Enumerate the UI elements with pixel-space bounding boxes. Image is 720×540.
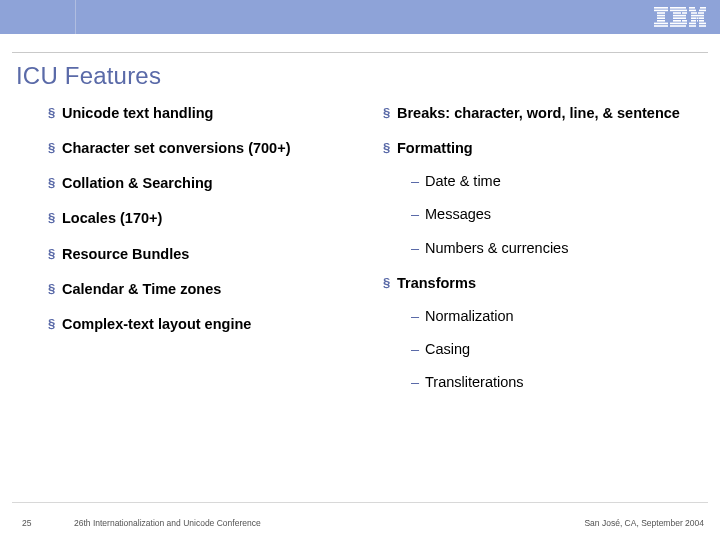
svg-rect-13: [673, 17, 686, 19]
dash-icon: –: [411, 340, 419, 358]
dash-icon: –: [411, 205, 419, 223]
svg-rect-30: [699, 20, 704, 22]
svg-rect-10: [673, 12, 681, 14]
sub-list: –Date & time –Messages –Numbers & curren…: [397, 172, 688, 256]
svg-rect-31: [689, 23, 696, 25]
svg-rect-17: [670, 25, 686, 27]
sub-list: –Normalization –Casing –Transliterations: [397, 307, 688, 391]
item-label: Formatting: [397, 140, 473, 156]
square-bullet-icon: §: [48, 283, 54, 294]
right-column: §Breaks: character, word, line, & senten…: [373, 104, 688, 408]
dash-icon: –: [411, 373, 419, 391]
dash-icon: –: [411, 307, 419, 325]
sub-item: –Date & time: [397, 172, 688, 190]
content-columns: §Unicode text handling §Character set co…: [48, 104, 688, 408]
svg-rect-25: [691, 17, 696, 19]
svg-rect-21: [699, 10, 706, 12]
svg-rect-32: [699, 23, 706, 25]
page-number: 25: [22, 518, 31, 528]
svg-rect-28: [691, 20, 696, 22]
footer: 25 26th Internationalization and Unicode…: [0, 508, 720, 528]
ibm-logo: [654, 7, 706, 27]
item-label: Transforms: [397, 275, 476, 291]
list-item: §Complex-text layout engine: [48, 315, 353, 333]
header-bar: [0, 0, 720, 34]
svg-rect-3: [657, 15, 665, 17]
svg-rect-18: [689, 7, 695, 9]
sub-label: Casing: [425, 341, 470, 357]
location-date: San José, CA, September 2004: [584, 518, 704, 528]
list-item: §Calendar & Time zones: [48, 280, 353, 298]
sub-item: –Messages: [397, 205, 688, 223]
list-item: §Formatting –Date & time –Messages –Numb…: [383, 139, 688, 257]
svg-rect-4: [657, 17, 665, 19]
svg-rect-34: [699, 25, 706, 27]
sub-label: Messages: [425, 206, 491, 222]
sub-label: Transliterations: [425, 374, 524, 390]
square-bullet-icon: §: [48, 177, 54, 188]
svg-rect-33: [689, 25, 696, 27]
svg-rect-5: [657, 20, 665, 22]
list-item: §Collation & Searching: [48, 174, 353, 192]
conference-name: 26th Internationalization and Unicode Co…: [74, 518, 261, 528]
sub-item: –Casing: [397, 340, 688, 358]
item-label: Resource Bundles: [62, 246, 189, 262]
svg-rect-24: [691, 15, 704, 17]
svg-rect-6: [654, 23, 668, 25]
list-item: §Breaks: character, word, line, & senten…: [383, 104, 688, 122]
square-bullet-icon: §: [383, 277, 389, 288]
sub-label: Normalization: [425, 308, 514, 324]
svg-rect-8: [670, 7, 686, 9]
title-rule: [12, 52, 708, 53]
svg-rect-1: [654, 10, 668, 12]
svg-rect-16: [670, 23, 687, 25]
sub-item: –Normalization: [397, 307, 688, 325]
svg-rect-15: [682, 20, 687, 22]
svg-rect-27: [699, 17, 704, 19]
square-bullet-icon: §: [48, 107, 54, 118]
item-label: Complex-text layout engine: [62, 316, 251, 332]
svg-rect-9: [670, 10, 687, 12]
list-item: §Resource Bundles: [48, 245, 353, 263]
item-label: Locales (170+): [62, 210, 162, 226]
list-item: §Character set conversions (700+): [48, 139, 353, 157]
svg-rect-2: [657, 12, 665, 14]
sub-item: –Transliterations: [397, 373, 688, 391]
item-label: Character set conversions (700+): [62, 140, 290, 156]
item-label: Unicode text handling: [62, 105, 213, 121]
square-bullet-icon: §: [48, 248, 54, 259]
square-bullet-icon: §: [48, 318, 54, 329]
svg-rect-20: [689, 10, 696, 12]
square-bullet-icon: §: [48, 142, 54, 153]
slide-title: ICU Features: [16, 62, 161, 90]
square-bullet-icon: §: [383, 107, 389, 118]
svg-rect-23: [698, 12, 704, 14]
item-label: Breaks: character, word, line, & sentenc…: [397, 105, 680, 121]
sub-item: –Numbers & currencies: [397, 239, 688, 257]
sub-label: Numbers & currencies: [425, 240, 568, 256]
svg-rect-7: [654, 25, 668, 27]
header-divider: [75, 0, 76, 34]
svg-rect-19: [700, 7, 706, 9]
svg-rect-29: [697, 20, 698, 22]
square-bullet-icon: §: [48, 212, 54, 223]
svg-rect-14: [673, 20, 681, 22]
square-bullet-icon: §: [383, 142, 389, 153]
list-item: §Unicode text handling: [48, 104, 353, 122]
left-column: §Unicode text handling §Character set co…: [48, 104, 373, 408]
item-label: Calendar & Time zones: [62, 281, 221, 297]
list-item: §Transforms –Normalization –Casing –Tran…: [383, 274, 688, 392]
svg-rect-26: [697, 17, 699, 19]
svg-rect-11: [682, 12, 687, 14]
dash-icon: –: [411, 239, 419, 257]
item-label: Collation & Searching: [62, 175, 213, 191]
sub-label: Date & time: [425, 173, 501, 189]
dash-icon: –: [411, 172, 419, 190]
slide: ICU Features §Unicode text handling §Cha…: [0, 0, 720, 540]
list-item: §Locales (170+): [48, 209, 353, 227]
svg-rect-22: [691, 12, 697, 14]
svg-rect-0: [654, 7, 668, 9]
svg-rect-12: [673, 15, 686, 17]
footer-rule: [12, 502, 708, 503]
